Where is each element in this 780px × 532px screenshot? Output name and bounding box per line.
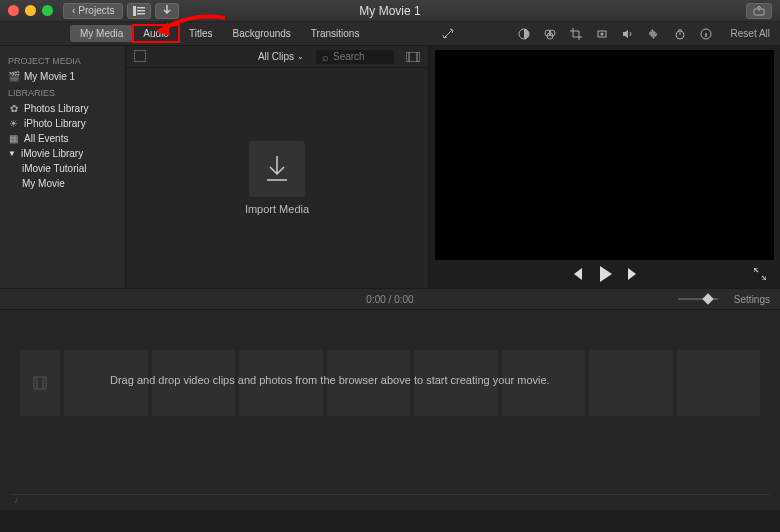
track-header [20, 350, 60, 416]
tab-backgrounds[interactable]: Backgrounds [222, 25, 300, 42]
sidebar-item-label: iPhoto Library [24, 118, 86, 129]
svg-rect-0 [133, 6, 136, 16]
clapper-icon: 🎬 [8, 71, 19, 82]
speed-icon[interactable] [673, 27, 687, 41]
svg-rect-13 [134, 50, 146, 62]
clips-filter-dropdown[interactable]: All Clips ⌄ [258, 51, 304, 62]
viewer-panel [428, 46, 780, 288]
sidebar-item-photos-library[interactable]: ✿ Photos Library [8, 101, 117, 116]
timeline-empty-message: Drag and drop video clips and photos fro… [110, 374, 720, 386]
sidebar-item-my-movie[interactable]: My Movie [8, 176, 117, 191]
sidebar: Project Media 🎬 My Movie 1 Libraries ✿ P… [0, 46, 126, 288]
stabilization-icon[interactable] [595, 27, 609, 41]
volume-icon[interactable] [621, 27, 635, 41]
maximize-window-button[interactable] [42, 5, 53, 16]
play-button[interactable] [598, 266, 612, 282]
fullscreen-button[interactable] [754, 268, 766, 280]
tab-my-media[interactable]: My Media [70, 25, 133, 42]
settings-button[interactable]: Settings [734, 294, 770, 305]
browser-body: Import Media [126, 68, 428, 288]
enhance-icon[interactable] [441, 27, 455, 41]
zoom-slider[interactable] [678, 298, 718, 300]
sidebar-item-label: All Events [24, 133, 68, 144]
svg-point-10 [600, 32, 603, 35]
minimize-window-button[interactable] [25, 5, 36, 16]
filmstrip-toggle-icon[interactable] [406, 52, 420, 62]
sidebar-item-imovie-library[interactable]: ▼ iMovie Library [8, 146, 117, 161]
preview-canvas [435, 50, 774, 260]
sidebar-item-imovie-tutorial[interactable]: iMovie Tutorial [8, 161, 117, 176]
source-tabs-row: My Media Audio Titles Backgrounds Transi… [0, 22, 780, 46]
disclosure-triangle-icon[interactable]: ▼ [8, 149, 16, 158]
time-display: 0:00 / 0:00 [366, 294, 413, 305]
titlebar: ‹Projects My Movie 1 [0, 0, 780, 22]
reset-all-button[interactable]: Reset All [731, 28, 770, 39]
browser-toolbar: All Clips ⌄ ⌕ [126, 46, 428, 68]
search-input[interactable] [333, 51, 383, 62]
transport-controls [429, 260, 780, 288]
sidebar-item-label: Photos Library [24, 103, 88, 114]
titlebar-buttons: ‹Projects [63, 3, 179, 19]
window-title: My Movie 1 [359, 4, 420, 18]
view-mode-icon[interactable] [134, 50, 148, 64]
sidebar-item-label: iMovie Library [21, 148, 83, 159]
svg-rect-1 [137, 7, 145, 9]
share-button[interactable] [746, 3, 772, 19]
time-ruler: 0:00 / 0:00 Settings [0, 288, 780, 310]
audio-track[interactable]: ♪ [10, 494, 770, 504]
photos-icon: ✿ [8, 103, 19, 114]
prev-frame-button[interactable] [570, 268, 584, 280]
sidebar-item-label: My Movie 1 [24, 71, 75, 82]
close-window-button[interactable] [8, 5, 19, 16]
svg-rect-17 [34, 377, 46, 389]
window-controls [8, 5, 53, 16]
next-frame-button[interactable] [626, 268, 640, 280]
svg-rect-14 [406, 52, 420, 62]
search-icon: ⌕ [322, 51, 329, 63]
zoom-slider-thumb[interactable] [702, 293, 713, 304]
libraries-heading: Libraries [8, 88, 117, 98]
sidebar-item-project[interactable]: 🎬 My Movie 1 [8, 69, 117, 84]
tab-titles[interactable]: Titles [179, 25, 223, 42]
sidebar-item-label: My Movie [22, 178, 65, 189]
tab-transitions[interactable]: Transitions [301, 25, 370, 42]
clips-filter-label: All Clips [258, 51, 294, 62]
import-button[interactable] [155, 3, 179, 19]
events-icon: ▦ [8, 133, 19, 144]
projects-back-button[interactable]: ‹Projects [63, 3, 123, 19]
sidebar-item-iphoto-library[interactable]: ☀ iPhoto Library [8, 116, 117, 131]
svg-rect-2 [137, 10, 145, 12]
noise-reduction-icon[interactable] [647, 27, 661, 41]
film-icon [32, 375, 48, 391]
projects-label: Projects [78, 5, 114, 16]
content-row: Project Media 🎬 My Movie 1 Libraries ✿ P… [0, 46, 780, 288]
project-media-heading: Project Media [8, 56, 117, 66]
color-correction-icon[interactable] [543, 27, 557, 41]
svg-rect-3 [137, 13, 145, 15]
sidebar-item-all-events[interactable]: ▦ All Events [8, 131, 117, 146]
import-media-label: Import Media [245, 203, 309, 215]
search-field[interactable]: ⌕ [316, 50, 394, 64]
info-icon[interactable] [699, 27, 713, 41]
color-balance-icon[interactable] [517, 27, 531, 41]
crop-icon[interactable] [569, 27, 583, 41]
sidebar-item-label: iMovie Tutorial [22, 163, 86, 174]
tab-audio[interactable]: Audio [133, 25, 179, 42]
source-tabs: My Media Audio Titles Backgrounds Transi… [70, 25, 369, 42]
chevron-down-icon: ⌄ [297, 52, 304, 61]
media-browser: All Clips ⌄ ⌕ Import Media [126, 46, 428, 288]
import-media-button[interactable] [249, 141, 305, 197]
iphoto-icon: ☀ [8, 118, 19, 129]
adjustment-tools: Reset All [441, 27, 780, 41]
library-list-button[interactable] [127, 3, 151, 19]
music-note-icon: ♪ [14, 495, 19, 505]
timeline[interactable]: Drag and drop video clips and photos fro… [0, 310, 780, 510]
